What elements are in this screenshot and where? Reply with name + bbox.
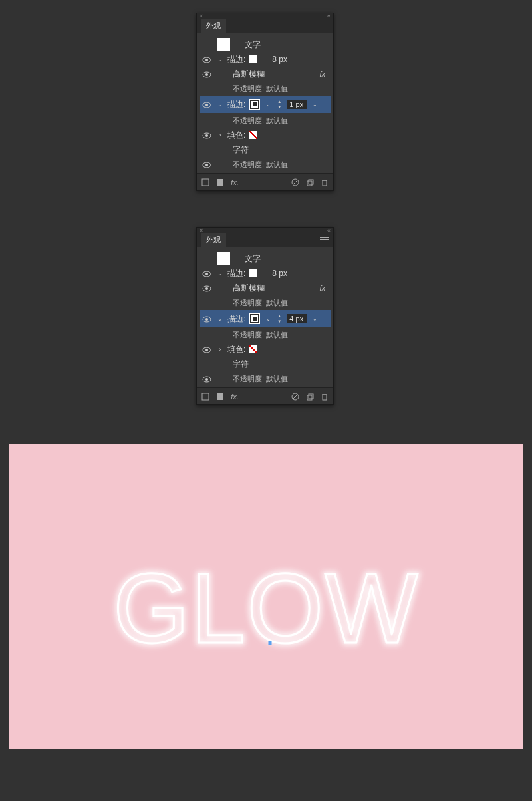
clear-icon[interactable]: [291, 392, 300, 401]
blur-label: 高斯模糊: [233, 283, 265, 294]
type-row[interactable]: 文字: [200, 251, 331, 266]
opacity-row-1[interactable]: 不透明度: 默认值: [200, 81, 331, 96]
dropdown-icon[interactable]: ⌄: [264, 314, 272, 323]
twisty-open-icon[interactable]: ⌄: [217, 315, 223, 322]
opacity-label: 不透明度: 默认值: [233, 330, 288, 340]
duplicate-icon[interactable]: [305, 392, 315, 401]
new-fill-icon[interactable]: [215, 178, 225, 187]
visibility-icon[interactable]: [201, 55, 213, 63]
twisty-open-icon[interactable]: ⌄: [217, 56, 223, 63]
panel-body: 文字 ⌄ 描边: 8 px 高斯模糊 fx 不透明度: 默认值 ⌄ 描边: ⌄: [197, 33, 333, 173]
trash-icon[interactable]: [320, 178, 329, 187]
fill-swatch-white[interactable]: [217, 252, 230, 265]
stroke-label: 描边:: [227, 313, 245, 325]
fx-icon[interactable]: fx: [319, 284, 325, 292]
twisty-closed-icon[interactable]: ›: [217, 346, 223, 353]
opacity-row-2[interactable]: 不透明度: 默认值: [200, 327, 331, 342]
twisty-open-icon[interactable]: ⌄: [217, 270, 223, 277]
svg-line-31: [293, 395, 297, 399]
opacity-row-2[interactable]: 不透明度: 默认值: [200, 113, 331, 128]
visibility-icon[interactable]: [201, 70, 213, 77]
stroke-swatch-selected[interactable]: [249, 99, 260, 110]
fill-label: 填色:: [227, 344, 245, 355]
text-baseline-guide[interactable]: [96, 643, 444, 643]
fx-button[interactable]: fx.: [230, 178, 239, 187]
stroke2-value-field[interactable]: 4 px: [287, 314, 307, 323]
opacity-label: 不透明度: 默认值: [233, 116, 288, 126]
stroke-label: 描边:: [227, 268, 245, 279]
visibility-icon[interactable]: [201, 131, 213, 138]
panel-body: 文字 ⌄ 描边: 8 px 高斯模糊 fx 不透明度: 默认值 ⌄ 描边: ⌄: [197, 247, 333, 387]
stroke2-row-selected[interactable]: ⌄ 描边: ⌄ ▲▼ 4 px ⌄: [200, 310, 331, 327]
opacity-row-1[interactable]: 不透明度: 默认值: [200, 295, 331, 310]
visibility-icon[interactable]: [201, 315, 213, 322]
opacity-label: 不透明度: 默认值: [233, 84, 288, 94]
new-fill-icon[interactable]: [215, 392, 225, 401]
stroke2-value-field[interactable]: 1 px: [287, 100, 307, 109]
dropdown-icon[interactable]: ⌄: [311, 100, 319, 109]
twisty-open-icon[interactable]: ⌄: [217, 101, 223, 108]
panel-tabbar: 外观: [197, 19, 333, 33]
baseline-handle[interactable]: [269, 641, 272, 645]
opacity-row-3[interactable]: 不透明度: 默认值: [200, 157, 331, 172]
collapse-icon[interactable]: «: [327, 13, 331, 19]
twisty-closed-icon[interactable]: ›: [217, 132, 223, 138]
svg-point-21: [205, 287, 208, 290]
fill-swatch-white[interactable]: [217, 38, 230, 51]
blur-row[interactable]: 高斯模糊 fx: [200, 67, 331, 81]
svg-point-1: [205, 59, 208, 61]
artboard[interactable]: GLOW GLOW GLOW: [9, 444, 523, 749]
stroke1-value: 8 px: [272, 269, 287, 278]
duplicate-icon[interactable]: [305, 178, 315, 187]
svg-rect-15: [309, 180, 313, 184]
type-label: 文字: [245, 253, 261, 265]
panel-menu-icon[interactable]: [320, 23, 329, 29]
fill-row[interactable]: › 填色:: [200, 128, 331, 142]
new-stroke-icon[interactable]: [201, 392, 210, 401]
opacity-row-3[interactable]: 不透明度: 默认值: [200, 371, 331, 386]
visibility-icon[interactable]: [201, 375, 213, 382]
fill-swatch-none[interactable]: [249, 131, 257, 139]
visibility-icon[interactable]: [201, 269, 213, 277]
fill-swatch-none[interactable]: [249, 345, 257, 353]
fx-icon[interactable]: fx: [319, 70, 325, 78]
char-row[interactable]: 字符: [200, 142, 331, 157]
svg-rect-16: [323, 180, 327, 186]
stroke-swatch[interactable]: [249, 55, 257, 63]
panel-titlebar: × «: [197, 13, 333, 19]
fill-label: 填色:: [227, 130, 245, 141]
clear-icon[interactable]: [291, 178, 300, 187]
stroke-swatch-selected[interactable]: [249, 313, 260, 324]
blur-row[interactable]: 高斯模糊 fx: [200, 281, 331, 295]
collapse-icon[interactable]: «: [327, 227, 331, 234]
visibility-icon[interactable]: [201, 345, 213, 353]
stepper[interactable]: ▲▼: [276, 99, 283, 110]
char-row[interactable]: 字符: [200, 357, 331, 371]
type-row[interactable]: 文字: [200, 37, 331, 52]
new-stroke-icon[interactable]: [201, 178, 210, 187]
glow-text-object[interactable]: GLOW GLOW GLOW: [113, 552, 419, 665]
stroke-swatch[interactable]: [249, 269, 257, 277]
stepper[interactable]: ▲▼: [276, 313, 283, 324]
trash-icon[interactable]: [320, 392, 329, 401]
stroke2-row-selected[interactable]: ⌄ 描边: ⌄ ▲▼ 1 px ⌄: [200, 96, 331, 113]
tab-appearance[interactable]: 外观: [201, 19, 226, 33]
char-label: 字符: [233, 359, 249, 370]
type-label: 文字: [245, 39, 261, 51]
fill-row[interactable]: › 填色:: [200, 342, 331, 357]
visibility-icon[interactable]: [201, 160, 213, 168]
opacity-label: 不透明度: 默认值: [233, 374, 288, 384]
stroke1-row[interactable]: ⌄ 描边: 8 px: [200, 266, 331, 281]
stroke-label: 描边:: [227, 99, 245, 110]
svg-point-23: [205, 318, 208, 321]
fx-button[interactable]: fx.: [230, 392, 239, 401]
dropdown-icon[interactable]: ⌄: [264, 100, 272, 109]
tab-appearance[interactable]: 外观: [201, 233, 226, 247]
glow-text-sharp-layer: GLOW: [113, 552, 419, 665]
panel-menu-icon[interactable]: [320, 237, 329, 243]
dropdown-icon[interactable]: ⌄: [311, 314, 319, 323]
visibility-icon[interactable]: [201, 100, 213, 108]
svg-rect-14: [307, 181, 312, 186]
visibility-icon[interactable]: [201, 284, 213, 291]
stroke1-row[interactable]: ⌄ 描边: 8 px: [200, 52, 331, 67]
